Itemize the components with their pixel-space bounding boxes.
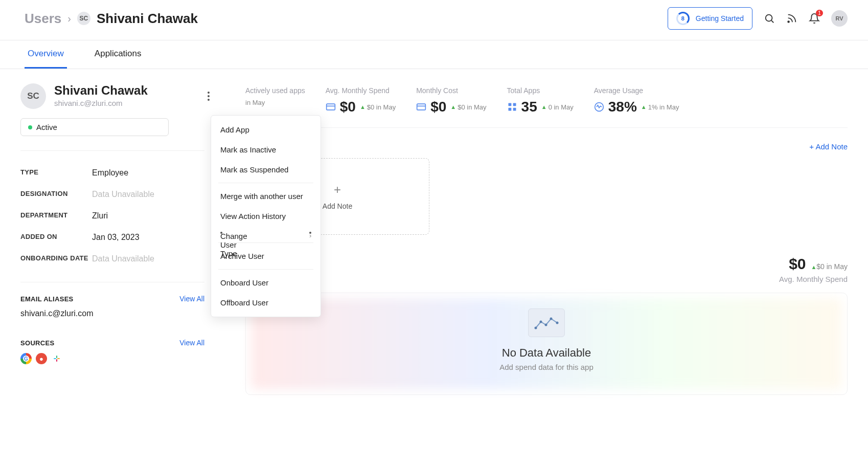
stat-label: Total Apps	[507, 86, 574, 95]
user-email: shivani.c@zluri.com	[54, 99, 148, 107]
dropdown-mark-suspended[interactable]: Mark as Suspended	[211, 160, 321, 180]
stat-label: Avg. Monthly Spend	[326, 86, 396, 95]
dropdown-mark-inactive[interactable]: Mark as Inactive	[211, 140, 321, 160]
status-dot-icon	[28, 125, 32, 129]
svg-line-1	[771, 20, 773, 23]
stats-bar: Actively used apps in May Avg. Monthly S…	[235, 83, 848, 128]
notification-badge: 1	[816, 10, 823, 16]
breadcrumb-name: Shivani Chawak	[97, 11, 198, 27]
svg-rect-3	[54, 358, 56, 359]
add-note-label: Add Note	[323, 202, 352, 210]
dropdown-onboard-user[interactable]: Onboard User	[211, 273, 321, 293]
dropdown-offboard-user[interactable]: Offboard User	[211, 293, 321, 313]
user-status-label: Active	[36, 123, 57, 131]
notifications-icon[interactable]: 1	[809, 13, 820, 24]
svg-point-18	[545, 324, 547, 326]
user-block: SC Shivani Chawak shivani.c@zluri.com Ad…	[20, 83, 204, 109]
slack-icon[interactable]	[51, 353, 62, 364]
chevron-right-icon: ›	[67, 13, 71, 25]
dropdown-merge-user[interactable]: Merge with another user	[211, 186, 321, 206]
breadcrumb-avatar: SC	[77, 12, 90, 25]
dropdown-divider	[218, 269, 313, 270]
up-arrow-icon: ▲	[811, 264, 816, 270]
getting-started-button[interactable]: 8 Getting Started	[668, 7, 752, 30]
svg-point-2	[788, 21, 789, 23]
spend-delta: $0 in May	[816, 262, 848, 271]
dropdown-change-user-type[interactable]: Change User Type ›	[211, 226, 321, 239]
breadcrumb-root[interactable]: Users	[25, 11, 61, 27]
svg-rect-5	[56, 356, 57, 358]
user-status-selector[interactable]: Active	[20, 118, 169, 136]
stat-total-apps: Total Apps 35 ▲0 in May	[507, 86, 574, 115]
stat-value: 38%	[608, 99, 637, 115]
user-info: TYPE Employee DESIGNATION Data Unavailab…	[20, 150, 204, 270]
dropdown-action-history[interactable]: View Action History	[211, 206, 321, 226]
up-arrow-icon: ▲	[450, 104, 456, 110]
stat-delta: in May	[245, 99, 265, 106]
info-added-value: Jan 03, 2023	[92, 233, 140, 242]
user-actions-menu-button[interactable]: Add App Mark as Inactive Mark as Suspend…	[208, 92, 210, 101]
up-arrow-icon: ▲	[641, 104, 647, 110]
info-onboarding-label: ONBOARDING DATE	[20, 254, 92, 263]
progress-ring-icon: 8	[676, 12, 690, 25]
no-data-sub: Add spend data for this app	[261, 363, 832, 371]
add-note-link[interactable]: + Add Note	[809, 142, 848, 151]
stat-active-apps: Actively used apps in May	[245, 86, 305, 115]
user-name: Shivani Chawak	[54, 83, 148, 98]
stat-value: 35	[521, 99, 537, 115]
tabs: Overview Applications	[0, 40, 868, 69]
info-designation-value: Data Unavailable	[92, 190, 154, 199]
stat-delta: 1% in May	[648, 103, 679, 111]
spend-subtitle: Avg. Monthly Spend	[779, 275, 848, 283]
getting-started-label: Getting Started	[696, 14, 744, 23]
stat-monthly-spend: Avg. Monthly Spend $0 ▲$0 in May	[326, 86, 396, 115]
svg-rect-14	[513, 108, 516, 111]
main-panel: Actively used apps in May Avg. Monthly S…	[225, 69, 868, 409]
info-department-value: Zluri	[92, 211, 108, 220]
tab-overview[interactable]: Overview	[25, 40, 67, 69]
svg-rect-7	[326, 104, 335, 110]
spend-section: Spend $0 ▲$0 in May Avg. Monthly Spend N…	[235, 255, 848, 395]
info-department-label: DEPARTMENT	[20, 211, 92, 220]
dropdown-change-type-label: Change User Type	[220, 232, 222, 234]
aliases-view-all[interactable]: View All	[179, 295, 204, 303]
source-icon-2[interactable]: ●	[36, 353, 47, 364]
user-avatar: SC	[20, 83, 46, 109]
svg-point-16	[535, 327, 537, 329]
chart-placeholder-icon	[528, 308, 565, 337]
spend-amount: $0	[789, 255, 806, 272]
up-arrow-icon: ▲	[541, 104, 547, 110]
dropdown-add-app[interactable]: Add App	[211, 120, 321, 140]
stat-delta: $0 in May	[458, 103, 486, 111]
stat-label: Monthly Cost	[416, 86, 486, 95]
stat-delta: 0 in May	[549, 103, 574, 111]
current-user-avatar[interactable]: RV	[831, 10, 848, 27]
svg-rect-12	[513, 103, 516, 106]
search-icon[interactable]	[764, 13, 775, 24]
aliases-title: EMAIL ALIASES	[20, 295, 74, 303]
source-icons: G ●	[20, 353, 204, 364]
stat-delta: $0 in May	[367, 103, 396, 111]
info-onboarding-value: Data Unavailable	[92, 254, 154, 263]
google-icon[interactable]: G	[20, 353, 32, 364]
feed-icon[interactable]	[786, 13, 797, 24]
up-arrow-icon: ▲	[360, 104, 366, 110]
spend-chart: No Data Available Add spend data for thi…	[245, 293, 848, 395]
svg-rect-13	[508, 108, 511, 111]
activity-icon	[594, 102, 604, 112]
no-data-overlay: No Data Available Add spend data for thi…	[261, 308, 832, 371]
svg-rect-9	[417, 104, 426, 110]
stat-monthly-cost: Monthly Cost $0 ▲$0 in May	[416, 86, 486, 115]
sources-view-all[interactable]: View All	[179, 339, 204, 347]
stat-label: Actively used apps	[245, 86, 305, 95]
svg-point-20	[556, 322, 559, 324]
no-data-title: No Data Available	[261, 346, 832, 360]
info-type-value: Employee	[92, 168, 128, 178]
svg-point-19	[550, 318, 553, 320]
page-header: Users › SC Shivani Chawak 8 Getting Star…	[0, 0, 868, 40]
stat-value: $0	[430, 99, 446, 115]
stat-label: Average Usage	[594, 86, 679, 95]
info-added-label: ADDED ON	[20, 233, 92, 242]
tab-applications[interactable]: Applications	[92, 40, 145, 69]
card-icon	[326, 102, 336, 112]
